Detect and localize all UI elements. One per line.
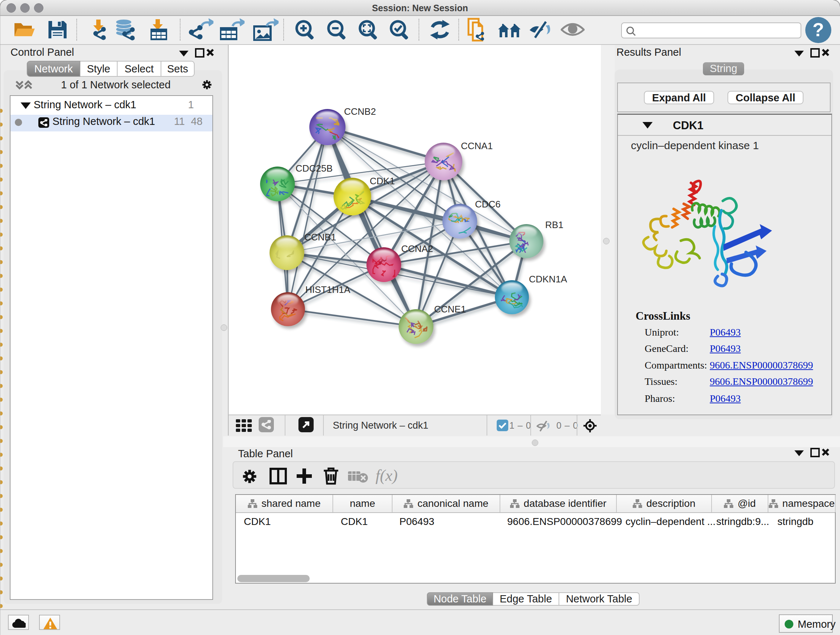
svg-text:CCNE1: CCNE1	[434, 304, 466, 315]
svg-text:CCNB1: CCNB1	[304, 232, 336, 242]
svg-text:CDKN1A: CDKN1A	[529, 274, 567, 285]
svg-text:CCNB2: CCNB2	[344, 106, 376, 117]
svg-text:CDK1: CDK1	[370, 176, 395, 187]
svg-text:CDC25B: CDC25B	[295, 163, 333, 174]
svg-text:CDC6: CDC6	[475, 199, 501, 210]
svg-text:RB1: RB1	[545, 219, 564, 230]
svg-text:CCNA1: CCNA1	[461, 141, 493, 151]
svg-text:HIST1H1A: HIST1H1A	[305, 284, 351, 295]
svg-text:CCNA2: CCNA2	[401, 243, 433, 254]
